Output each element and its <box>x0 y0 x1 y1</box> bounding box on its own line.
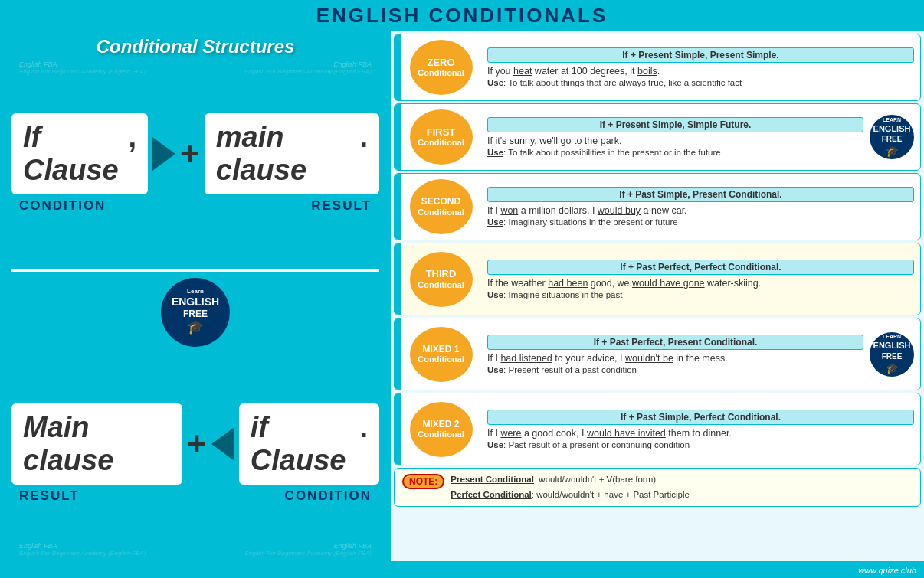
badge-learn: Learn <box>187 288 204 296</box>
main-clause-bottom-text: Main clause <box>23 411 113 476</box>
arrow-right-icon <box>152 137 175 171</box>
mixed2-conditional-row: MIXED 2 Conditional If + Past Simple, Pe… <box>394 393 921 465</box>
third-example: If the weather had been good, we would h… <box>487 278 914 289</box>
first-right-col: LEARN ENGLISH FREE 🎓 <box>870 104 920 170</box>
note-content: Present Conditional: would/wouldn't + V(… <box>451 472 690 502</box>
zero-conditional-row: ZERO Conditional If + Present Simple, Pr… <box>394 34 921 101</box>
left-panel: Conditional Structures English FBA Engli… <box>0 31 391 561</box>
mixed2-left-bar <box>395 393 401 465</box>
page-title: ENGLISH CONDITIONALS <box>0 4 924 28</box>
mixed1-learn-badge: LEARN ENGLISH FREE 🎓 <box>870 332 914 377</box>
first-learn-badge: LEARN ENGLISH FREE 🎓 <box>870 115 914 159</box>
watermark-tl1: English FBA <box>19 60 146 68</box>
mixed1-badge: MIXED 1 Conditional <box>410 327 473 382</box>
note-row: NOTE: Present Conditional: would/wouldn'… <box>394 468 921 507</box>
condition-label-bottom: CONDITION <box>285 488 372 504</box>
mixed2-content: If + Past Simple, Perfect Conditional. I… <box>481 393 920 465</box>
mixed1-conditional-row: MIXED 1 Conditional If + Past Perfect, P… <box>394 318 921 390</box>
plus-sign-bottom: + <box>187 425 207 463</box>
condition-label-top: CONDITION <box>19 198 106 214</box>
mixed2-badge: MIXED 2 Conditional <box>410 402 473 457</box>
third-content: If + Past Perfect, Perfect Conditional. … <box>481 243 920 315</box>
main-clause-bottom-bg: Main clause <box>11 403 182 485</box>
second-use: Use: Imaginary situations in the present… <box>487 217 914 227</box>
footer: www.quize.club <box>0 561 924 578</box>
main-clause-bg: main clause . <box>205 113 379 194</box>
mixed2-formula: If + Past Simple, Perfect Conditional. <box>487 410 914 425</box>
first-badge: FIRST Conditional <box>410 109 473 165</box>
note-badge: NOTE: <box>402 474 444 489</box>
result-label-bottom: RESULT <box>19 488 80 504</box>
watermark-br1: English FBA <box>244 542 372 550</box>
mixed1-use: Use: Present result of a past condition <box>487 365 863 374</box>
zero-content: If + Present Simple, Present Simple. If … <box>481 34 920 100</box>
mixed2-badge-col: MIXED 2 Conditional <box>401 393 481 465</box>
watermark-bl1: English FBA <box>19 542 146 550</box>
zero-use: Use: To talk about things that are alway… <box>487 78 914 87</box>
period-bottom: . <box>359 411 368 444</box>
header: ENGLISH CONDITIONALS <box>0 0 924 31</box>
third-left-bar <box>395 243 401 315</box>
period-text: . <box>359 121 368 154</box>
badge-english: ENGLISH <box>172 296 219 309</box>
zero-example: If you heat water at 100 degrees, it boi… <box>487 66 914 77</box>
second-left-bar <box>395 174 401 240</box>
watermark-tr2: English For Beginners Academy (English F… <box>244 68 372 75</box>
first-formula: If + Present Simple, Simple Future. <box>487 117 863 132</box>
left-panel-title: Conditional Structures <box>97 36 295 57</box>
learn-badge-center: Learn ENGLISH FREE 🎓 <box>161 278 230 347</box>
top-structure: English FBA English For Beginners Academ… <box>11 60 379 267</box>
mixed1-badge-col: MIXED 1 Conditional <box>401 318 481 390</box>
watermark-tr1: English FBA <box>244 60 372 68</box>
third-badge-col: THIRD Conditional <box>401 243 481 315</box>
result-label-top: RESULT <box>311 198 372 214</box>
first-left-bar <box>395 104 401 170</box>
second-content: If + Past Simple, Present Conditional. I… <box>481 174 920 240</box>
if-clause-bg: If Clause , <box>11 113 148 194</box>
divider <box>11 269 379 272</box>
first-use: Use: To talk about possibilities in the … <box>487 148 863 157</box>
third-formula: If + Past Perfect, Perfect Conditional. <box>487 260 914 275</box>
comma-text: , <box>129 121 137 154</box>
mixed1-right-col: LEARN ENGLISH FREE 🎓 <box>870 318 920 390</box>
third-use: Use: Imagine situations in the past <box>487 290 914 299</box>
bottom-structure: English FBA English For Beginners Academ… <box>11 351 379 557</box>
first-conditional-row: FIRST Conditional If + Present Simple, S… <box>394 103 921 171</box>
mixed1-formula: If + Past Perfect, Present Conditional. <box>487 335 863 350</box>
zero-badge-col: ZERO Conditional <box>401 34 481 100</box>
mixed1-left-bar <box>395 318 401 390</box>
plus-sign: + <box>180 135 200 173</box>
if-clause-bottom-text: if Clause <box>251 411 359 477</box>
zero-badge: ZERO Conditional <box>410 40 473 95</box>
third-badge: THIRD Conditional <box>410 252 473 307</box>
first-badge-col: FIRST Conditional <box>401 104 481 170</box>
zero-left-bar <box>395 34 401 100</box>
footer-url: www.quize.club <box>858 566 916 575</box>
watermark-bl2: English For Beginners Academy (English F… <box>19 550 146 557</box>
mixed2-use: Use: Past result of a present or continu… <box>487 440 914 449</box>
arrow-left-icon <box>211 427 234 461</box>
zero-formula: If + Present Simple, Present Simple. <box>487 47 914 63</box>
second-conditional-row: SECOND Conditional If + Past Simple, Pre… <box>394 173 921 240</box>
third-conditional-row: THIRD Conditional If + Past Perfect, Per… <box>394 243 921 315</box>
watermark-tl2: English For Beginners Academy (English F… <box>19 68 146 75</box>
first-example: If it's sunny, we'll go to the park. <box>487 136 863 146</box>
second-formula: If + Past Simple, Present Conditional. <box>487 187 914 202</box>
mixed1-example: If I had listened to your advice, I woul… <box>487 353 863 364</box>
second-example: If I won a million dollars, I would buy … <box>487 205 914 216</box>
first-content: If + Present Simple, Simple Future. If i… <box>481 104 870 170</box>
mixed1-content: If + Past Perfect, Present Conditional. … <box>481 318 870 390</box>
second-badge: SECOND Conditional <box>410 179 473 234</box>
badge-free: FREE <box>183 309 208 319</box>
second-badge-col: SECOND Conditional <box>401 174 481 240</box>
if-clause-text: If Clause <box>23 121 126 187</box>
right-panel: ZERO Conditional If + Present Simple, Pr… <box>391 31 924 561</box>
mixed2-example: If I were a good cook, I would have invi… <box>487 428 914 439</box>
if-clause-bottom-bg: if Clause . <box>239 403 379 485</box>
watermark-br2: English For Beginners Academy (English F… <box>244 550 372 557</box>
main-clause-text: main clause <box>216 121 359 187</box>
